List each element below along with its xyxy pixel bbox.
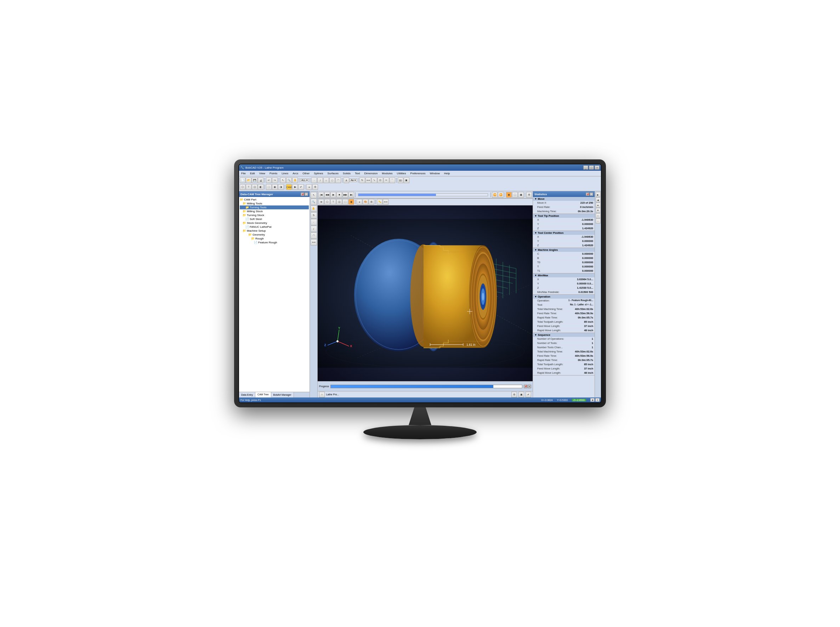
menu-arcs[interactable]: Arcs xyxy=(292,172,299,175)
rotate-btn[interactable]: ↻ xyxy=(359,178,365,183)
tree-turning-tools[interactable]: 📁 Turning Tools xyxy=(240,205,309,210)
3d-btn[interactable]: 3D xyxy=(398,178,403,183)
menu-help[interactable]: Help xyxy=(444,172,450,175)
vt2-view-btn[interactable]: 👁 xyxy=(318,199,324,205)
v-pan-btn[interactable]: ✋ xyxy=(311,205,317,212)
tree-machine-setup[interactable]: 📁 Machine Setup xyxy=(240,229,309,233)
menu-edit[interactable]: Edit xyxy=(249,172,256,175)
font-dropdown[interactable]: Aa ▾ xyxy=(349,178,357,182)
view-front-btn[interactable]: ◫ xyxy=(252,184,258,190)
menu-preferences[interactable]: Preferences xyxy=(409,172,426,175)
vt-prev-btn[interactable]: ◀◀ xyxy=(324,192,330,198)
stats-tool-tip-header[interactable]: ▼ Tool Tip Position xyxy=(533,214,595,218)
tree-soft-steel[interactable]: 📄 Soft Steel xyxy=(240,217,309,221)
mirror-btn[interactable]: ⟺ xyxy=(365,178,371,183)
panel-pin-btn[interactable]: 📌 xyxy=(300,192,304,196)
tree-milling-tools[interactable]: 📁 Milling Tools xyxy=(240,202,309,205)
tab-data-entry[interactable]: Data Entry xyxy=(239,392,255,397)
pan-btn[interactable]: ✋ xyxy=(292,178,298,183)
fr-btn2[interactable]: ◀ xyxy=(596,197,601,202)
tree-rough1[interactable]: 📁 Rough xyxy=(240,236,309,241)
shaded-btn[interactable]: ◉ xyxy=(272,184,278,190)
fr-btn1[interactable]: ▶ xyxy=(596,192,601,197)
tree-area[interactable]: 📁 CAM Part 📁 Milling Tools 📁 Turning Too… xyxy=(239,197,310,392)
vt-forward-btn[interactable]: ⏩ xyxy=(498,192,503,198)
stats-pin-btn[interactable]: 📌 xyxy=(586,192,589,196)
menu-other[interactable]: Other xyxy=(302,172,310,175)
v-line-btn[interactable]: / xyxy=(311,226,317,232)
offset-btn[interactable]: ⊡ xyxy=(378,178,383,183)
vt-last-btn[interactable]: ▶| xyxy=(348,192,354,198)
vt-wire-btn[interactable]: ⬚ xyxy=(512,192,518,198)
tree-fanuc[interactable]: 📄 FANUC LathePat xyxy=(240,225,309,229)
render-btn[interactable]: ▣ xyxy=(404,178,409,183)
tree-feature-rough[interactable]: 📄 Feature Rough xyxy=(240,241,309,244)
vt-first-btn[interactable]: |◀ xyxy=(318,192,324,198)
vt2-dim-btn[interactable]: ⟺ xyxy=(383,199,389,205)
vt-rewind-btn[interactable]: ⏪ xyxy=(492,192,497,198)
v-arc-btn[interactable]: ◠ xyxy=(311,232,317,239)
simulation-btn[interactable]: ▶ xyxy=(292,184,298,190)
menu-view[interactable]: View xyxy=(258,172,266,175)
wireframe-btn[interactable]: ⬚ xyxy=(266,184,272,190)
v-dim-btn[interactable]: ⟺ xyxy=(311,239,317,246)
hidden-btn[interactable]: ◑ xyxy=(278,184,284,190)
select-btn[interactable]: ↖ xyxy=(280,178,286,183)
menu-window[interactable]: Window xyxy=(429,172,440,175)
menu-file[interactable]: File xyxy=(241,172,247,175)
vb-icon4[interactable]: ✔ xyxy=(525,392,531,397)
scale-btn[interactable]: ⤡ xyxy=(371,178,377,183)
vt-render-btn[interactable]: ▣ xyxy=(518,192,524,198)
menu-solids[interactable]: Solids xyxy=(342,172,351,175)
vt-next-btn[interactable]: ▶▶ xyxy=(343,192,348,198)
vt2-top-btn[interactable]: ⊤ xyxy=(330,199,336,205)
vt-play-btn[interactable]: ▶ xyxy=(330,192,336,198)
print-btn[interactable]: 🖨 xyxy=(258,178,263,183)
status-btn1[interactable]: ▣ xyxy=(590,398,595,402)
stats-minmax-header[interactable]: ▼ Min/Max xyxy=(533,274,595,277)
cam-btn[interactable]: CAM xyxy=(286,184,292,190)
tab-bobart[interactable]: BobArt Manager xyxy=(271,392,294,397)
timeline-slider[interactable] xyxy=(358,194,488,196)
menu-dimension[interactable]: Dimension xyxy=(364,172,379,175)
vt2-layer-btn[interactable]: ≡ xyxy=(357,199,362,205)
trim-btn[interactable]: ✂ xyxy=(384,178,389,183)
v-rotate-btn[interactable]: ↻ xyxy=(311,212,317,219)
vt2-color-btn[interactable]: 🎨 xyxy=(363,199,368,205)
menu-points[interactable]: Points xyxy=(269,172,278,175)
menu-lines[interactable]: Lines xyxy=(281,172,289,175)
panel-close-btn[interactable]: × xyxy=(305,192,308,196)
rect-btn[interactable]: □ xyxy=(329,178,335,183)
point-btn[interactable]: · xyxy=(311,178,317,183)
redo-btn[interactable]: ↪ xyxy=(272,178,278,183)
new-btn[interactable]: 📄 xyxy=(240,178,245,183)
open-btn[interactable]: 📂 xyxy=(246,178,252,183)
view-iso-btn[interactable]: ⬡ xyxy=(240,184,245,190)
vb-icon3[interactable]: ▣ xyxy=(518,392,524,397)
verify-btn[interactable]: ✔ xyxy=(298,184,304,190)
vb-icon1[interactable]: ○ xyxy=(319,392,325,397)
vt2-shaded-btn[interactable]: ◉ xyxy=(348,199,354,205)
menu-text[interactable]: Text xyxy=(354,172,361,175)
line-btn[interactable]: / xyxy=(317,178,323,183)
undo-btn[interactable]: ↩ xyxy=(266,178,272,183)
tree-geometry[interactable]: 📁 Geometry xyxy=(240,233,309,236)
vt2-iso-btn[interactable]: ⬡ xyxy=(324,199,330,205)
maximize-button[interactable]: □ xyxy=(589,165,594,170)
menu-modules[interactable]: Modules xyxy=(381,172,393,175)
vt2-measure-btn[interactable]: 📏 xyxy=(377,199,382,205)
stats-move-header[interactable]: ▼ Move xyxy=(533,197,595,201)
v-point-btn[interactable]: · xyxy=(311,219,317,225)
vt2-front-btn[interactable]: ◫ xyxy=(337,199,342,205)
zoom-btn[interactable]: 🔍 xyxy=(286,178,292,183)
view-top-btn[interactable]: ⊤ xyxy=(246,184,252,190)
menu-splines[interactable]: Splines xyxy=(313,172,324,175)
tree-stock-geometry[interactable]: 📁 Stock Geometry xyxy=(240,221,309,225)
stats-tool-center-header[interactable]: ▼ Tool Center Position xyxy=(533,231,595,235)
vt-stop-btn[interactable]: ■ xyxy=(337,192,342,198)
vt2-snap-btn[interactable]: ⊞ xyxy=(369,199,374,205)
v-select-btn[interactable]: ↖ xyxy=(311,192,317,198)
stats-sequence-header[interactable]: ▼ Sequence xyxy=(533,333,595,337)
v-zoom-btn[interactable]: 🔍 xyxy=(311,199,317,205)
minimize-button[interactable]: _ xyxy=(583,165,588,170)
